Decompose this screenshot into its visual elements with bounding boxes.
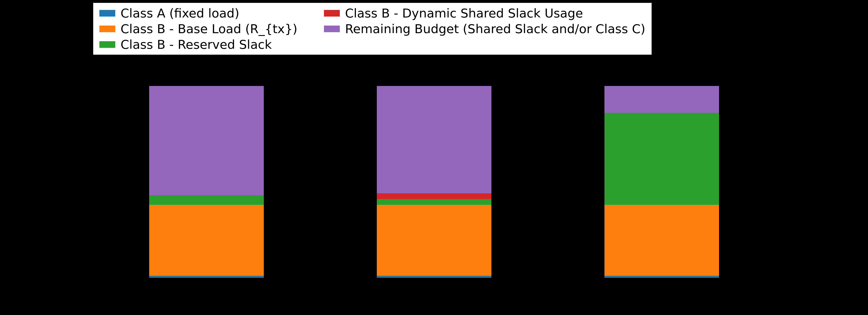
legend-col-1: Class A (fixed load) Class B - Base Load… <box>99 6 298 52</box>
legend-label-class-b-reserved: Class B - Reserved Slack <box>121 37 272 52</box>
swatch-class-b-reserved <box>99 41 115 48</box>
bar-1 <box>377 86 491 278</box>
legend-label-class-b-dynamic: Class B - Dynamic Shared Slack Usage <box>345 6 583 20</box>
seg-0-class-b-base <box>149 205 264 276</box>
legend-item-class-b-reserved: Class B - Reserved Slack <box>99 37 298 52</box>
legend-item-class-a: Class A (fixed load) <box>99 6 298 20</box>
legend-item-class-b-base: Class B - Base Load (R_{tx}) <box>99 22 298 36</box>
swatch-class-b-dynamic <box>324 10 340 17</box>
seg-2-class-b-reserved <box>604 113 719 205</box>
legend-label-class-b-base: Class B - Base Load (R_{tx}) <box>121 22 298 36</box>
seg-1-class-a <box>377 276 491 278</box>
seg-1-remaining <box>377 86 491 193</box>
legend: Class A (fixed load) Class B - Base Load… <box>93 2 652 55</box>
bar-group-2 <box>604 86 719 278</box>
bar-2 <box>604 86 719 278</box>
legend-item-class-b-dynamic: Class B - Dynamic Shared Slack Usage <box>324 6 645 20</box>
bar-group-0 <box>149 86 264 278</box>
seg-1-class-b-dynamic <box>377 193 491 199</box>
legend-label-class-a: Class A (fixed load) <box>121 6 239 20</box>
legend-col-2: Class B - Dynamic Shared Slack Usage Rem… <box>324 6 645 52</box>
swatch-class-b-base <box>99 26 115 32</box>
seg-1-class-b-base <box>377 205 491 276</box>
bar-0 <box>149 86 264 278</box>
seg-0-remaining <box>149 86 264 195</box>
swatch-remaining <box>324 26 340 32</box>
legend-item-remaining: Remaining Budget (Shared Slack and/or Cl… <box>324 22 645 36</box>
seg-2-class-b-base <box>604 205 719 276</box>
legend-label-remaining: Remaining Budget (Shared Slack and/or Cl… <box>345 22 645 36</box>
seg-1-class-b-reserved <box>377 199 491 205</box>
seg-2-remaining <box>604 86 719 113</box>
seg-0-class-b-reserved <box>149 195 264 205</box>
chart-area <box>0 86 868 278</box>
bar-group-1 <box>377 86 491 278</box>
seg-2-class-a <box>604 276 719 278</box>
seg-0-class-a <box>149 276 264 278</box>
swatch-class-a <box>99 10 115 17</box>
